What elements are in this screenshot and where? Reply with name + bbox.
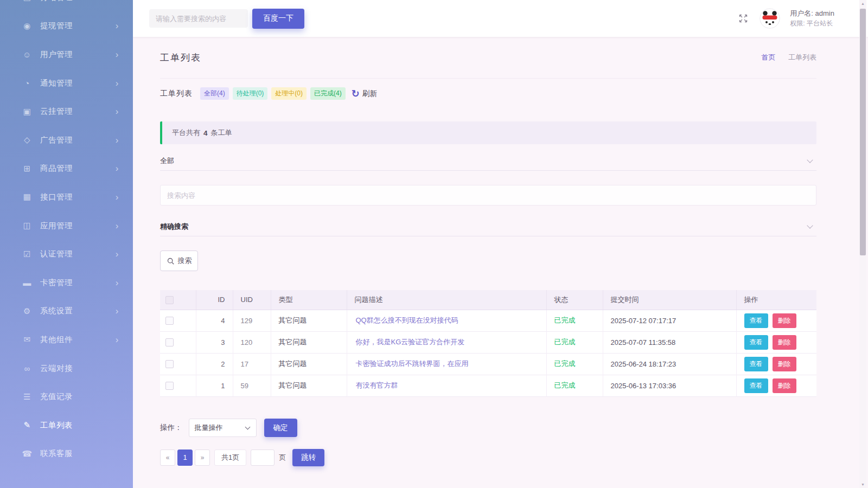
fullscreen-icon[interactable] — [737, 12, 750, 25]
ticket-description-link[interactable]: QQ群怎么搜不到现在没对接代码 — [356, 316, 458, 324]
sidebar-item-label: 云端对接 — [40, 363, 119, 374]
sidebar-item-notices[interactable]: ◔通知管理› — [0, 69, 133, 98]
delete-button[interactable]: 删除 — [773, 335, 796, 350]
jump-button[interactable]: 跳转 — [292, 449, 324, 466]
cell-type: 其它问题 — [271, 310, 347, 331]
breadcrumb-home[interactable]: 首页 — [761, 53, 775, 61]
batch-select[interactable]: 批量操作 — [189, 419, 257, 437]
sidebar-item-system[interactable]: ⚙系统设置› — [0, 297, 133, 326]
delete-button[interactable]: 删除 — [773, 313, 796, 328]
keyword-input[interactable] — [160, 185, 816, 206]
view-button[interactable]: 查看 — [744, 335, 768, 350]
refresh-icon: ↻ — [352, 89, 360, 99]
sidebar-item-users[interactable]: ☺用户管理› — [0, 40, 133, 69]
chevron-right-icon: › — [116, 221, 119, 230]
ticket-description-link[interactable]: 你好，我是KG云验证官方合作开发 — [356, 338, 465, 346]
scrollbar-thumb[interactable] — [860, 9, 866, 255]
sidebar-item-label: 充值记录 — [40, 391, 119, 402]
sidebar-item-substation[interactable]: ▤分站管理› — [0, 0, 133, 12]
sidebar-item-api[interactable]: ▦接口管理› — [0, 183, 133, 211]
chevron-down-icon — [807, 222, 813, 228]
sidebar-item-label: 卡密管理 — [40, 278, 116, 288]
chevron-right-icon: › — [116, 278, 119, 287]
sidebar-item-label: 商品管理 — [40, 163, 116, 174]
cell-type: 其它问题 — [271, 353, 347, 375]
withdraw-icon: ◉ — [22, 21, 33, 31]
filter-badge[interactable]: 已完成(4) — [310, 87, 346, 100]
scrollbar-up-arrow[interactable]: ▲ — [859, 2, 866, 5]
select-all-checkbox[interactable] — [165, 296, 174, 304]
filter-badge[interactable]: 处理中(0) — [271, 87, 307, 100]
delete-button[interactable]: 删除 — [773, 378, 796, 393]
search-button[interactable]: 搜索 — [160, 251, 198, 271]
sidebar-item-apps[interactable]: ◫应用管理› — [0, 211, 133, 240]
cell-uid: 120 — [233, 331, 271, 353]
prev-page-button[interactable]: « — [160, 450, 175, 466]
sidebar-item-recharge-records[interactable]: ☰充值记录 — [0, 382, 133, 411]
filter-badge[interactable]: 待处理(0) — [233, 87, 268, 100]
avatar[interactable] — [760, 8, 780, 29]
column-header: 类型 — [271, 290, 347, 310]
sidebar-item-auth[interactable]: ☑认证管理› — [0, 240, 133, 268]
username-label: 用户名: admin — [790, 9, 834, 19]
refresh-button[interactable]: ↻ 刷新 — [352, 89, 377, 99]
view-button[interactable]: 查看 — [744, 357, 768, 371]
type-select[interactable]: 全部 — [160, 152, 816, 171]
sidebar-item-label: 应用管理 — [40, 221, 116, 231]
sidebar-item-work-orders[interactable]: ✎工单列表 — [0, 411, 133, 440]
sidebar-item-goods[interactable]: ⊞商品管理› — [0, 155, 133, 183]
sidebar-item-cloud[interactable]: ▣云挂管理› — [0, 97, 133, 126]
cell-type: 其它问题 — [271, 331, 347, 353]
chevron-down-icon — [245, 425, 250, 430]
components-icon: ✉ — [22, 335, 33, 344]
ticket-description-link[interactable]: 卡密验证成功后不跳转界面，在应用 — [356, 359, 469, 368]
next-page-button[interactable]: » — [195, 450, 210, 466]
user-meta: 用户名: admin 权限: 平台站长 — [790, 9, 834, 28]
sidebar-item-withdraw[interactable]: ◉提现管理› — [0, 12, 133, 41]
confirm-button[interactable]: 确定 — [264, 419, 297, 437]
cell-uid: 59 — [233, 375, 271, 396]
row-checkbox[interactable] — [165, 382, 174, 390]
table-header-row: IDUID类型问题描述状态提交时间操作 — [160, 290, 816, 310]
cell-uid: 17 — [233, 353, 271, 375]
sidebar-item-label: 通知管理 — [40, 78, 116, 88]
sidebar-item-components[interactable]: ✉其他组件› — [0, 325, 133, 354]
cell-id: 4 — [196, 310, 233, 331]
column-header: 问题描述 — [347, 290, 546, 310]
app-icon: ◫ — [22, 221, 33, 230]
current-page-button[interactable]: 1 — [177, 450, 193, 466]
sidebar-item-label: 其他组件 — [40, 335, 116, 345]
page-head: 工单列表 首页 工单列表 — [160, 37, 816, 79]
chevron-right-icon: › — [116, 107, 119, 116]
baidu-search-button[interactable]: 百度一下 — [252, 9, 304, 29]
alert-prefix: 平台共有 — [172, 128, 200, 138]
page-jump-input[interactable] — [251, 450, 275, 466]
sidebar-item-ads[interactable]: ◇广告管理› — [0, 126, 133, 155]
status-text: 已完成 — [554, 381, 576, 389]
table-row: 4129其它问题QQ群怎么搜不到现在没对接代码已完成2025-07-12 07:… — [160, 310, 816, 331]
sidebar-item-cloud-link[interactable]: ∞云端对接 — [0, 354, 133, 383]
row-checkbox[interactable] — [165, 317, 174, 325]
cell-id: 3 — [196, 331, 233, 353]
chevron-right-icon: › — [116, 192, 119, 202]
row-checkbox[interactable] — [165, 360, 174, 368]
batch-actions: 操作： 批量操作 确定 — [160, 419, 816, 437]
role-label: 权限: 平台站长 — [790, 19, 834, 28]
cell-id: 2 — [196, 353, 233, 375]
topbar-search-input[interactable] — [149, 9, 248, 28]
row-checkbox[interactable] — [165, 338, 174, 346]
view-button[interactable]: 查看 — [744, 378, 768, 393]
ticket-description-link[interactable]: 有没有官方群 — [356, 381, 398, 389]
ticket-icon: ✎ — [22, 420, 33, 430]
goods-icon: ⊞ — [22, 164, 33, 174]
sidebar-item-cards[interactable]: ▬卡密管理› — [0, 268, 133, 297]
cloud-doc-icon: ▣ — [22, 107, 33, 117]
view-button[interactable]: 查看 — [744, 313, 768, 328]
mode-select[interactable]: 精确搜索 — [160, 217, 816, 236]
filter-badge[interactable]: 全部(4) — [200, 87, 229, 100]
delete-button[interactable]: 删除 — [773, 357, 796, 371]
scrollbar-down-arrow[interactable]: ▼ — [859, 483, 866, 486]
column-header: 状态 — [546, 290, 603, 310]
sidebar: ▤分站管理›◉提现管理›☺用户管理›◔通知管理›▣云挂管理›◇广告管理›⊞商品管… — [0, 0, 133, 488]
sidebar-item-contact[interactable]: ☎联系客服 — [0, 440, 133, 468]
